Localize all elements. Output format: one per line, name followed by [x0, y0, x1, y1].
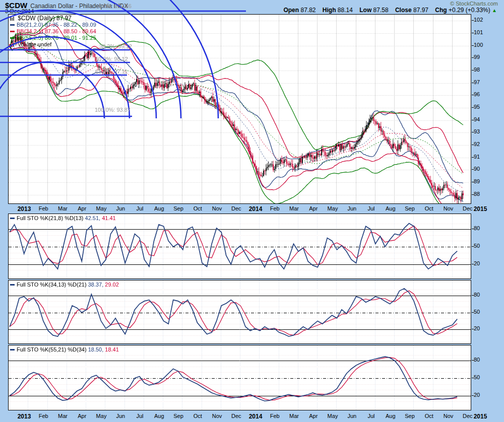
bollinger-legend-row: BB(34,2.1) 87.36 - 88.50 - 89.64 — [10, 28, 96, 35]
line-color-dash — [10, 24, 15, 26]
bollinger-legend-rows: BB(21,2.0) 87.35 - 88.22 - 89.09BB(34,2.… — [10, 22, 96, 41]
stochastic-y-tick-label: 20 — [474, 392, 480, 398]
month-label: May — [328, 205, 338, 212]
month-label: Sep — [173, 413, 183, 419]
low-label: Low — [359, 7, 371, 14]
month-label: Oct — [425, 413, 433, 419]
month-label: Aug — [386, 413, 396, 419]
price-chart-legend: $CDW (Daily) 87.97 BB(21,2.0) 87.35 - 88… — [10, 15, 96, 48]
stochastic-panel-3 — [8, 345, 471, 410]
price-y-tick-label: 89 — [474, 178, 480, 184]
stochastic-1-canvas — [9, 214, 471, 278]
price-y-tick-label: 100 — [474, 42, 483, 48]
quote-summary: Open 87.82 High 88.14 Low 87.58 Close 87… — [278, 7, 497, 14]
stochastic-2-d-value: 29.02 — [105, 282, 119, 288]
stochastic-y-tick-label: 20 — [474, 260, 480, 266]
month-label: 2015 — [474, 413, 487, 420]
line-color-dash — [10, 349, 15, 350]
symbol-description: Canadian Dollar - Philadelphia INDX — [30, 3, 128, 10]
month-label: Jun — [347, 205, 356, 212]
month-label: Mar — [289, 205, 299, 212]
month-label: May — [96, 205, 107, 212]
price-y-tick-label: 99 — [474, 54, 480, 60]
legend-title-row: $CDW (Daily) 87.97 — [10, 15, 96, 22]
month-label: Nov — [212, 205, 222, 212]
month-label: Jul — [367, 413, 374, 419]
month-label: 2015 — [474, 205, 487, 213]
stochastic-2-label: Full STO %K(34,13) %D(21) — [17, 282, 87, 288]
up-arrow-icon: ▲ — [492, 8, 497, 13]
month-label: Feb — [270, 205, 280, 212]
stochastic-y-tick-label: 80 — [474, 357, 480, 363]
month-label: May — [96, 413, 107, 419]
price-y-tick-label: 95 — [474, 104, 480, 110]
month-label: Dec — [231, 413, 241, 419]
candlestick-icon — [10, 16, 15, 21]
stochastic-1-legend: Full STO %K(21,8) %D(13) 42.51, 41.41 — [10, 215, 116, 222]
month-label: Nov — [444, 205, 454, 212]
month-label: Apr — [78, 205, 86, 212]
open-value: 87.82 — [300, 7, 316, 14]
price-y-tick-label: 88 — [474, 191, 480, 197]
volume-legend-label: Volume undef — [18, 41, 51, 47]
stockcharts-credit: © StockCharts.com — [450, 1, 498, 7]
chg-value: +0.29 (+0.33%) — [449, 7, 490, 14]
price-y-tick-label: 93 — [474, 128, 480, 134]
stochastic-3-k-value: 18.50, — [88, 346, 104, 353]
month-label: 2013 — [18, 413, 31, 420]
stochastic-3-legend: Full STO %K(55,21) %D(34) 18.50, 18.41 — [10, 346, 119, 353]
stochastic-1-y-axis: 805020 — [472, 214, 502, 279]
month-label: May — [328, 413, 338, 419]
stochastic-2-y-axis: 805020 — [472, 280, 502, 344]
month-label: Aug — [386, 205, 396, 212]
month-label: Sep — [405, 205, 415, 212]
month-label: Aug — [154, 205, 164, 212]
volume-icon — [10, 42, 15, 47]
high-label: High — [323, 7, 336, 14]
month-label: Dec — [463, 205, 473, 212]
stochastic-1-d-value: 41.41 — [102, 215, 116, 221]
chg-label: Chg — [435, 7, 447, 14]
stochastic-panel-2 — [8, 280, 471, 344]
stochastic-1-label: Full STO %K(21,8) %D(13) — [17, 215, 83, 221]
month-label: Feb — [39, 413, 48, 419]
stochastic-3-label: Full STO %K(55,21) %D(34) — [17, 346, 87, 353]
price-y-tick-label: 92 — [474, 141, 480, 147]
legend-title: $CDW (Daily) 87.97 — [18, 15, 72, 22]
high-value: 88.14 — [338, 7, 353, 14]
month-label: Jun — [116, 205, 125, 212]
month-label: Feb — [39, 205, 48, 212]
month-label: Sep — [173, 205, 183, 212]
month-label: Jun — [347, 413, 356, 419]
stockcharts-chart-page: $CDWCanadian Dollar - Philadelphia INDX … — [0, 0, 504, 422]
month-label: Nov — [444, 413, 454, 419]
month-label: Apr — [78, 413, 86, 419]
line-color-dash — [10, 31, 15, 32]
price-y-axis: 102101100999897969594939291908988 — [472, 14, 502, 204]
stochastic-y-tick-label: 50 — [474, 243, 480, 249]
month-label: Jun — [116, 413, 125, 419]
line-color-dash — [10, 37, 15, 39]
stochastic-2-canvas — [9, 280, 471, 343]
month-label: Sep — [405, 413, 415, 419]
stochastic-y-tick-label: 50 — [474, 374, 480, 380]
stochastic-y-tick-label: 20 — [474, 325, 480, 331]
open-label: Open — [283, 7, 299, 14]
month-label: Aug — [154, 413, 164, 419]
month-label: Mar — [289, 413, 299, 419]
bollinger-legend-row: BB(21,2.0) 87.35 - 88.22 - 89.09 — [10, 22, 96, 28]
month-label: Oct — [194, 413, 202, 419]
stochastic-3-y-axis: 805020 — [472, 345, 502, 410]
month-label: Jul — [367, 205, 374, 212]
stochastic-2-k-value: 38.37, — [88, 282, 104, 288]
low-value: 87.58 — [373, 7, 389, 14]
stochastic-y-tick-label: 50 — [474, 309, 480, 315]
month-label: Apr — [309, 413, 318, 419]
close-value: 87.97 — [413, 7, 428, 14]
month-label: Nov — [212, 413, 222, 419]
month-label: Apr — [309, 205, 318, 212]
stochastic-y-tick-label: 80 — [474, 292, 480, 298]
stochastic-2-legend: Full STO %K(34,13) %D(21) 38.37, 29.02 — [10, 282, 119, 288]
month-label: 2013 — [18, 205, 31, 213]
price-y-tick-label: 101 — [474, 29, 483, 35]
